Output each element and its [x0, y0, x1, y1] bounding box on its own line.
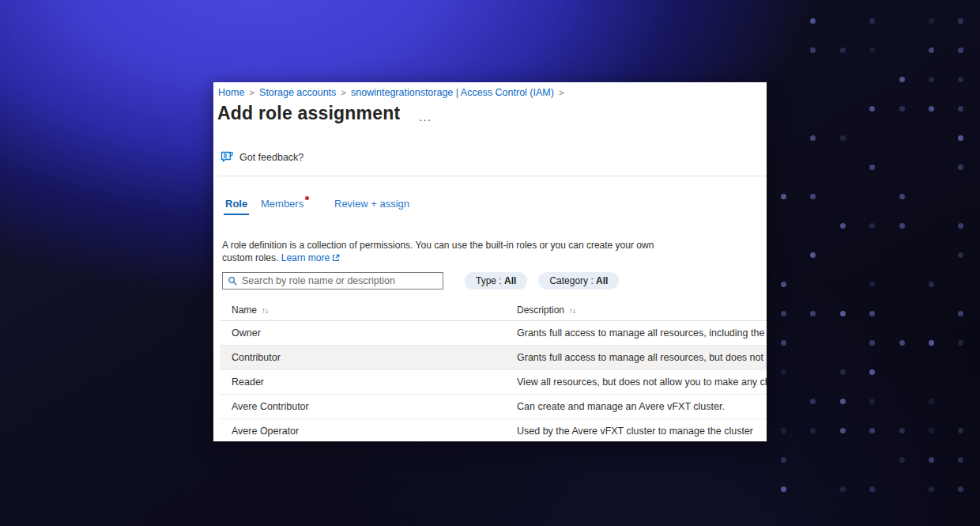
- role-description: View all resources, but does not allow y…: [517, 377, 767, 388]
- tab-role[interactable]: Role: [225, 198, 247, 210]
- tab-role-label: Role: [225, 198, 247, 210]
- breadcrumb-separator: >: [249, 88, 254, 97]
- role-description: Used by the Avere vFXT cluster to manage…: [517, 426, 767, 437]
- filter-type-value: All: [504, 275, 516, 286]
- active-tab-underline: [224, 214, 249, 216]
- column-header-description-label: Description: [517, 305, 564, 316]
- got-feedback-link[interactable]: Got feedback?: [220, 151, 303, 163]
- sort-icon-name[interactable]: ↑↓: [262, 306, 268, 315]
- column-header-name[interactable]: Name↑↓: [220, 305, 517, 316]
- role-name: Reader: [220, 377, 517, 388]
- role-description: Can create and manage an Avere vFXT clus…: [517, 401, 767, 412]
- header-divider: [218, 176, 767, 176]
- role-row-contributor[interactable]: Contributor Grants full access to manage…: [220, 346, 767, 370]
- sort-icon-description[interactable]: ↑↓: [569, 306, 575, 315]
- members-alert-dot: [305, 196, 309, 200]
- role-row-avere-contributor[interactable]: Avere Contributor Can create and manage …: [220, 395, 767, 419]
- tab-members-label: Members: [261, 198, 303, 210]
- filter-category-value: All: [596, 275, 608, 286]
- role-definition-intro: A role definition is a collection of per…: [222, 239, 654, 264]
- role-description: Grants full access to manage all resourc…: [517, 352, 767, 363]
- tab-members[interactable]: Members: [261, 198, 309, 210]
- search-icon: [228, 276, 237, 286]
- role-description: Grants full access to manage all resourc…: [517, 327, 767, 339]
- pill-separator: :: [588, 275, 596, 286]
- filter-type-label: Type: [476, 275, 496, 286]
- role-row-reader[interactable]: Reader View all resources, but does not …: [220, 370, 767, 395]
- role-name: Avere Operator: [220, 426, 517, 437]
- filter-controls: Type : All Category : All: [222, 272, 619, 289]
- more-options-button[interactable]: ...: [419, 107, 432, 121]
- filter-category-label: Category: [549, 275, 588, 286]
- breadcrumb-separator: >: [559, 88, 564, 97]
- filter-type-pill[interactable]: Type : All: [465, 272, 527, 289]
- role-search-box[interactable]: [222, 272, 443, 289]
- role-name: Owner: [220, 327, 517, 339]
- tab-review-assign-label: Review + assign: [334, 198, 409, 210]
- role-name: Avere Contributor: [220, 401, 517, 412]
- tab-review-assign[interactable]: Review + assign: [334, 198, 409, 210]
- pill-separator: :: [496, 275, 504, 286]
- breadcrumb-separator: >: [341, 88, 346, 97]
- intro-line2: custom roles.: [222, 252, 278, 263]
- intro-line1: A role definition is a collection of per…: [222, 239, 654, 252]
- column-header-name-label: Name: [232, 305, 257, 316]
- filter-category-pill[interactable]: Category : All: [538, 272, 619, 289]
- learn-more-link[interactable]: Learn more: [281, 252, 330, 263]
- external-link-icon: [332, 254, 340, 262]
- page-title: Add role assignment: [217, 103, 400, 124]
- desktop-background: Home>Storage accounts>snowintegrationsto…: [0, 0, 980, 526]
- breadcrumb: Home>Storage accounts>snowintegrationsto…: [218, 87, 569, 98]
- feedback-icon: [220, 151, 234, 163]
- role-search-input[interactable]: [242, 275, 438, 286]
- breadcrumb-storage-accounts[interactable]: Storage accounts: [259, 87, 336, 98]
- column-header-description[interactable]: Description↑↓: [517, 305, 767, 316]
- title-row: Add role assignment ...: [217, 103, 432, 124]
- add-role-assignment-panel: Home>Storage accounts>snowintegrationsto…: [213, 82, 767, 441]
- role-name: Contributor: [220, 352, 517, 363]
- role-row-owner[interactable]: Owner Grants full access to manage all r…: [220, 321, 767, 346]
- got-feedback-label: Got feedback?: [239, 152, 303, 163]
- breadcrumb-resource-iam[interactable]: snowintegrationstorage | Access Control …: [351, 87, 554, 98]
- roles-table: Name↑↓ Description↑↓ Owner Grants full a…: [220, 299, 767, 441]
- breadcrumb-home[interactable]: Home: [218, 87, 244, 98]
- roles-table-header: Name↑↓ Description↑↓: [220, 299, 767, 321]
- role-row-avere-operator[interactable]: Avere Operator Used by the Avere vFXT cl…: [220, 419, 767, 441]
